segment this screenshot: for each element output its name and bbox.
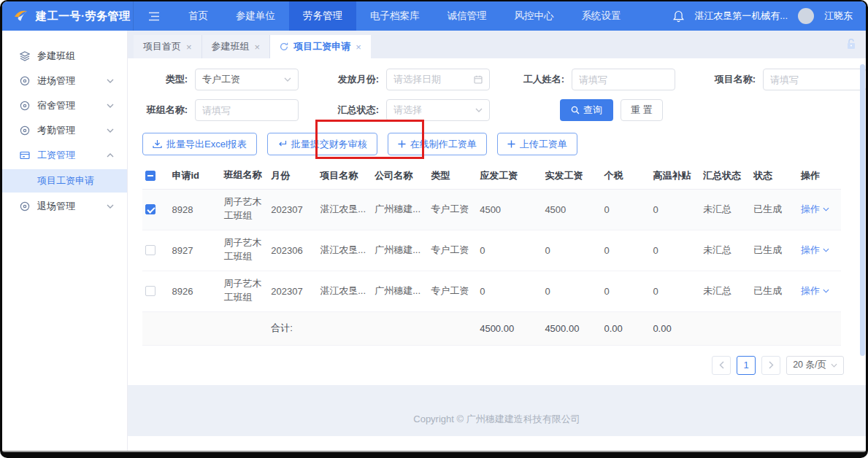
- close-icon[interactable]: ×: [255, 42, 261, 52]
- nav-item-participating-units[interactable]: 参建单位: [222, 1, 289, 31]
- user-name[interactable]: 江晓东: [824, 9, 853, 23]
- chevron-down-icon: [284, 77, 291, 82]
- nav-item-integrity[interactable]: 诚信管理: [434, 1, 501, 31]
- export-excel-button[interactable]: 批量导出Excel报表: [142, 133, 257, 155]
- row-checkbox[interactable]: [145, 245, 155, 255]
- team-name-input[interactable]: [195, 99, 299, 121]
- download-icon: [153, 139, 162, 149]
- cell-month: 202306: [268, 230, 317, 271]
- nav-item-e-archive[interactable]: 电子档案库: [356, 1, 434, 31]
- cell-team-name: 周子艺木工班组: [220, 271, 268, 311]
- cell-status: 已生成: [750, 230, 798, 271]
- nav-item-home[interactable]: 首页: [174, 1, 222, 31]
- summary-tax: 0.00: [601, 311, 650, 345]
- wage-icon: [20, 150, 30, 160]
- top-navigation: 首页 参建单位 劳务管理 电子档案库 诚信管理 风控中心 系统设置: [174, 1, 635, 31]
- attendance-icon: [20, 125, 30, 136]
- cell-summary-status: 未汇总: [700, 230, 750, 271]
- row-actions-dropdown[interactable]: 操作: [801, 244, 829, 257]
- tab-project-wage-application[interactable]: 项目工资申请 ×: [270, 35, 371, 58]
- summary-status-select[interactable]: 请选择: [386, 99, 490, 121]
- col-header-summary-status: 汇总状态: [700, 163, 750, 189]
- col-header-team-name: 班组名称: [220, 163, 268, 189]
- chevron-down-icon: [831, 363, 837, 368]
- bell-icon[interactable]: [673, 10, 684, 23]
- sidebar-item-teams[interactable]: 参建班组: [2, 44, 127, 69]
- col-header-tax: 个税: [601, 163, 650, 189]
- cell-type: 专户工资: [428, 230, 477, 271]
- close-icon[interactable]: ×: [356, 42, 361, 52]
- plus-icon: [398, 140, 406, 148]
- cell-heat-subsidy: 0: [650, 230, 700, 271]
- col-header-heat-subsidy: 高温补贴: [650, 163, 700, 189]
- cell-project-name: 湛江农垦...: [317, 271, 372, 311]
- close-icon[interactable]: ×: [186, 42, 192, 52]
- row-actions-dropdown[interactable]: 操作: [801, 284, 829, 298]
- cell-company-name: 广州穗建...: [372, 189, 428, 230]
- pagination: 1 20 条/页: [128, 346, 866, 378]
- chevron-down-icon: [475, 108, 483, 112]
- cell-type: 专户工资: [428, 271, 477, 311]
- cell-month: 202307: [268, 271, 317, 311]
- topbar: 建工一号·劳务管理 首页 参建单位 劳务管理 电子档案库 诚信管理 风控中心 系…: [2, 1, 866, 31]
- type-label: 类型:: [139, 73, 188, 86]
- nav-item-system-settings[interactable]: 系统设置: [568, 1, 635, 31]
- nav-item-labor-management[interactable]: 劳务管理: [289, 1, 356, 31]
- cell-heat-subsidy: 0: [650, 189, 700, 230]
- window-frame: 建工一号·劳务管理 首页 参建单位 劳务管理 电子档案库 诚信管理 风控中心 系…: [0, 0, 868, 458]
- worker-name-input[interactable]: [572, 69, 675, 90]
- sidebar-item-project-wage-application[interactable]: 项目工资申请: [2, 169, 127, 193]
- org-name[interactable]: 湛江农垦第一机械有...: [694, 9, 788, 23]
- layers-icon: [20, 51, 30, 61]
- sidebar-item-exit-management[interactable]: 退场管理: [2, 194, 127, 219]
- cell-team-name: 周子艺木工班组: [220, 230, 268, 271]
- prev-page-button[interactable]: [712, 356, 731, 375]
- select-all-checkbox[interactable]: [145, 171, 155, 181]
- next-page-button[interactable]: [761, 356, 780, 375]
- cell-net-pay: 0: [542, 271, 601, 311]
- chevron-down-icon: [107, 79, 114, 83]
- collapse-menu-icon[interactable]: [134, 1, 174, 31]
- create-payroll-online-button[interactable]: 在线制作工资单: [388, 133, 487, 155]
- reset-button[interactable]: 重 置: [621, 99, 663, 121]
- type-select[interactable]: 专户工资: [195, 69, 299, 90]
- upload-payroll-button[interactable]: 上传工资单: [497, 133, 577, 155]
- month-picker[interactable]: 请选择日期: [386, 69, 490, 90]
- sidebar-item-attendance-management[interactable]: 考勤管理: [2, 118, 127, 143]
- col-header-gross-pay: 应发工资: [477, 163, 542, 189]
- lock-icon[interactable]: [845, 38, 857, 50]
- sidebar: 参建班组 进场管理 宿舍管理 考勤管理 工资管理: [2, 31, 128, 451]
- table-body: 8928 周子艺木工班组 202307 湛江农垦... 广州穗建... 专户工资…: [142, 189, 841, 311]
- row-actions-dropdown[interactable]: 操作: [801, 203, 829, 216]
- cell-tax: 0: [601, 271, 650, 311]
- scrollbar-thumb[interactable]: [860, 64, 865, 356]
- submit-icon: [277, 140, 287, 148]
- page-1-button[interactable]: 1: [737, 356, 756, 375]
- row-checkbox[interactable]: [145, 204, 155, 214]
- plus-icon: [507, 140, 515, 148]
- cell-gross-pay: 0: [477, 230, 542, 271]
- sidebar-item-dormitory-management[interactable]: 宿舍管理: [2, 93, 127, 118]
- tab-teams[interactable]: 参建班组 ×: [202, 35, 271, 58]
- chevron-down-icon: [107, 104, 114, 108]
- search-button[interactable]: 查询: [560, 99, 613, 121]
- sidebar-item-entry-management[interactable]: 进场管理: [2, 69, 127, 93]
- cell-heat-subsidy: 0: [650, 271, 700, 311]
- col-header-project-name: 项目名称: [317, 163, 372, 189]
- row-checkbox[interactable]: [145, 286, 155, 296]
- nav-item-risk-center[interactable]: 风控中心: [501, 1, 568, 31]
- avatar[interactable]: [798, 8, 814, 24]
- col-header-operation: 操作: [798, 163, 841, 189]
- project-name-input[interactable]: [763, 69, 866, 90]
- cell-status: 已生成: [750, 189, 798, 230]
- submit-finance-review-button[interactable]: 批量提交财务审核: [267, 133, 377, 155]
- chevron-down-icon: [823, 248, 829, 252]
- tab-project-home[interactable]: 项目首页 ×: [134, 35, 202, 58]
- page-size-select[interactable]: 20 条/页: [786, 356, 844, 375]
- refresh-icon[interactable]: [280, 42, 288, 51]
- cell-month: 202307: [268, 189, 317, 230]
- sidebar-item-wage-management[interactable]: 工资管理: [2, 143, 127, 168]
- cell-summary-status: 未汇总: [700, 271, 750, 311]
- col-header-month: 月份: [268, 163, 317, 189]
- calendar-icon: [474, 75, 483, 84]
